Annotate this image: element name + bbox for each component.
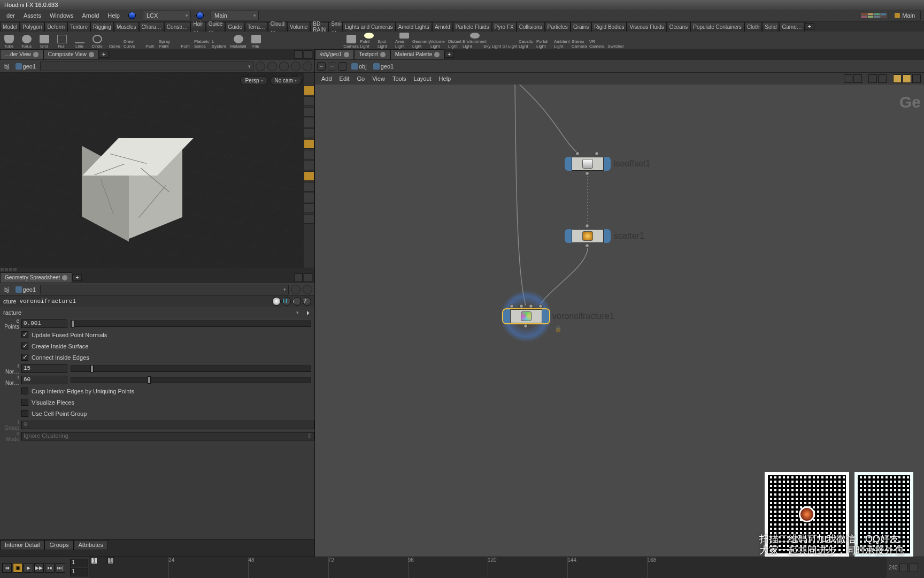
iconbtn[interactable]: [267, 62, 277, 71]
shelf-tab[interactable]: BD RAIN: [310, 22, 328, 32]
netmenu-layout[interactable]: Layout: [411, 74, 435, 83]
node-voronoifracture[interactable]: voronoifracture1: [503, 309, 549, 323]
history-button[interactable]: [338, 62, 347, 71]
menu-windows[interactable]: Windows: [47, 11, 77, 20]
shelf-tab[interactable]: Oceans: [667, 22, 690, 32]
frame-start-field[interactable]: 1: [70, 559, 88, 567]
tool-file[interactable]: File: [247, 33, 265, 49]
context-combo-2[interactable]: Main: [211, 11, 259, 20]
tool-tube[interactable]: Tube: [0, 33, 18, 49]
pin-button[interactable]: [256, 62, 265, 71]
pane-menu-button[interactable]: [304, 50, 312, 59]
input-port[interactable]: [585, 224, 589, 228]
shelf-tab[interactable]: Particles: [545, 22, 571, 32]
back-button[interactable]: ←: [317, 62, 326, 71]
tab-material-palette[interactable]: Material Palette: [390, 49, 444, 60]
tab-geospreadsheet[interactable]: Geometry Spreadsheet: [0, 272, 72, 283]
tool-vrcamera[interactable]: VR Camera: [589, 33, 607, 49]
crumb-dropdown[interactable]: [40, 285, 289, 294]
display-toggle[interactable]: [304, 182, 314, 192]
tab-textport[interactable]: Textport: [354, 49, 390, 60]
persp-selector[interactable]: Persp: [240, 76, 267, 85]
info-icon[interactable]: i: [292, 297, 301, 306]
add-tab-button[interactable]: +: [444, 51, 454, 58]
gear-icon[interactable]: [344, 52, 349, 57]
viewport-3d[interactable]: Persp No cam: [0, 73, 314, 268]
display-toggle[interactable]: [304, 161, 314, 170]
shelf-tab[interactable]: Constr…: [164, 22, 190, 32]
tool-skylight[interactable]: Sky Light: [483, 33, 501, 49]
tool-envlight[interactable]: Environment Light: [466, 33, 483, 49]
tool-null[interactable]: Null: [53, 33, 71, 49]
tool-curve[interactable]: Curve: [106, 33, 124, 49]
crumb-geo[interactable]: geo1: [13, 285, 38, 294]
fuse-points-field[interactable]: 0.001: [21, 320, 67, 328]
gear-icon[interactable]: [272, 297, 281, 306]
shelf-tab[interactable]: Viscous Fluids: [627, 22, 666, 32]
output-port[interactable]: [585, 244, 589, 248]
display-toggle[interactable]: [304, 150, 314, 159]
input-port[interactable]: [529, 304, 533, 308]
node-isooffset[interactable]: isooffset1: [565, 157, 611, 171]
visualize-icon[interactable]: [903, 74, 911, 83]
shelf-tab[interactable]: Guide …: [206, 22, 226, 32]
tab-groups[interactable]: Groups: [44, 540, 73, 550]
shelf-tab[interactable]: Particle Fluids: [453, 22, 492, 32]
pane-menu-button[interactable]: [304, 273, 312, 282]
shelf-tab[interactable]: Model: [0, 22, 20, 32]
shelf-tab[interactable]: Rigid Bodies: [591, 22, 627, 32]
tab-renderview[interactable]: …der View: [0, 49, 43, 60]
time-ruler[interactable]: 1 1 24 48 72 96 120 144 168: [89, 557, 887, 578]
display-toggle[interactable]: [304, 128, 314, 138]
fuse-points-slider[interactable]: [71, 321, 311, 327]
play-step-button[interactable]: ▶▶: [34, 563, 44, 573]
tool-drawcurve[interactable]: Draw Curve: [124, 33, 141, 49]
tool-geomlight[interactable]: Geometry Light: [413, 33, 430, 49]
display-toggle[interactable]: [304, 139, 314, 149]
viewport-scrubber[interactable]: [0, 268, 314, 272]
tool-spraypaint[interactable]: Spray Paint: [159, 33, 176, 49]
grid-icon[interactable]: [878, 74, 887, 83]
play-loop-button[interactable]: ⏭|: [56, 563, 65, 573]
output-port[interactable]: [523, 324, 528, 328]
tab-compositeview[interactable]: Composite View: [43, 49, 99, 60]
shelf-tab[interactable]: Chara…: [139, 22, 164, 32]
shelf-tab[interactable]: Terra…: [245, 22, 268, 32]
crumb-dropdown[interactable]: [40, 62, 253, 71]
tool-stereocamera[interactable]: Stereo Camera: [572, 33, 589, 49]
menu-render[interactable]: der: [3, 11, 18, 20]
add-tab-button[interactable]: +: [72, 274, 82, 281]
tab-attributes[interactable]: Attributes: [74, 540, 108, 550]
display-toggle[interactable]: [304, 193, 314, 202]
netmenu-help[interactable]: Help: [436, 74, 455, 83]
input-port[interactable]: [519, 304, 523, 308]
crumb-geo[interactable]: geo1: [13, 62, 38, 71]
shelf-tab[interactable]: Muscles: [114, 22, 139, 32]
chk-cusp-interior[interactable]: [21, 387, 28, 394]
display-toggle[interactable]: [304, 107, 314, 117]
shelf-tab[interactable]: Arnold: [432, 22, 453, 32]
menu-assets[interactable]: Assets: [20, 11, 44, 20]
play-button[interactable]: ▶: [24, 563, 33, 573]
desktop-selector[interactable]: Main: [889, 11, 921, 20]
tool-platonic[interactable]: Platonic Solids: [194, 33, 212, 49]
shelf-tab[interactable]: Guide: [225, 22, 245, 32]
context-combo-1[interactable]: LCX: [143, 11, 191, 20]
node-name-field[interactable]: voronoifracture1: [19, 298, 76, 305]
shelf-tab[interactable]: Volume: [287, 22, 310, 32]
tool-camera[interactable]: Camera: [342, 33, 360, 49]
netmenu-tools[interactable]: Tools: [389, 74, 410, 83]
shelf-tab[interactable]: Populate Containers: [690, 22, 744, 32]
shelf-tab[interactable]: Solid: [762, 22, 779, 32]
iconbtn[interactable]: [291, 62, 301, 71]
chk-connect-edges[interactable]: [21, 354, 28, 361]
pane-max-button[interactable]: [294, 50, 303, 59]
iconbtn[interactable]: [279, 62, 289, 71]
pane-max-button[interactable]: [294, 273, 303, 282]
tool-line[interactable]: Line: [71, 33, 88, 49]
frame-marker-1[interactable]: 1: [91, 557, 97, 564]
display-toggle[interactable]: [304, 118, 314, 127]
display-toggle[interactable]: [304, 214, 314, 224]
gear-icon[interactable]: [33, 52, 38, 57]
cusp-normal-angle-field[interactable]: 15: [21, 364, 67, 373]
